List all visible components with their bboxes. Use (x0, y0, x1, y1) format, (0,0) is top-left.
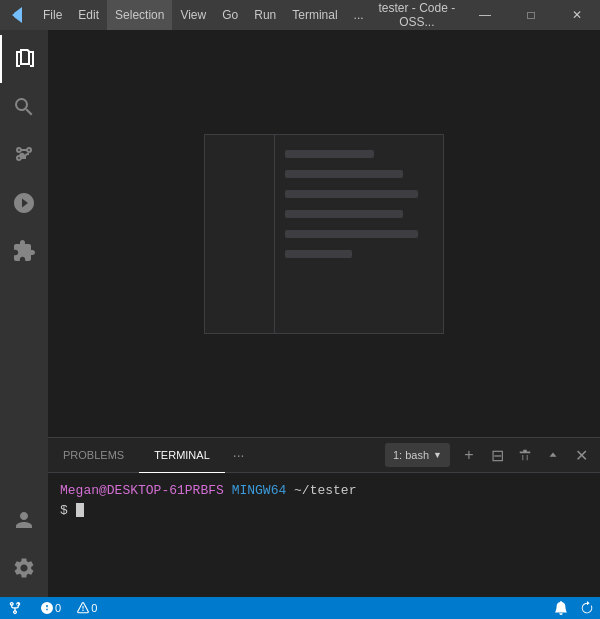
editor-area: PROBLEMS TERMINAL ··· 1: bash ▼ + ⊟ (48, 30, 600, 597)
statusbar-notifications[interactable] (548, 597, 574, 619)
statusbar-left: 0 0 (0, 597, 105, 619)
menu-more[interactable]: ... (346, 0, 372, 30)
activity-extensions[interactable] (0, 227, 48, 275)
menu-bar: File Edit Selection View Go Run Terminal… (35, 0, 372, 30)
tab-problems[interactable]: PROBLEMS (48, 438, 139, 473)
terminal-body[interactable]: Megan@DESKTOP-61PRBFS MINGW64 ~/tester $ (48, 473, 600, 597)
terminal-shell-dropdown[interactable]: 1: bash ▼ (385, 443, 450, 467)
activity-run-debug[interactable] (0, 179, 48, 227)
titlebar: File Edit Selection View Go Run Terminal… (0, 0, 600, 30)
terminal-controls: 1: bash ▼ + ⊟ ✕ (385, 441, 600, 469)
statusbar: 0 0 (0, 597, 600, 619)
menu-terminal[interactable]: Terminal (284, 0, 345, 30)
terminal-space-1 (224, 481, 232, 501)
terminal-path: ~/tester (294, 481, 356, 501)
statusbar-branch[interactable] (0, 597, 33, 619)
main-layout: PROBLEMS TERMINAL ··· 1: bash ▼ + ⊟ (0, 30, 600, 597)
terminal-more-button[interactable]: ··· (225, 438, 253, 473)
tab-terminal[interactable]: TERMINAL (139, 438, 225, 473)
mini-line-4 (285, 210, 403, 218)
close-button[interactable]: ✕ (554, 0, 600, 30)
editor-mini-content (275, 135, 443, 333)
terminal-prompt: $ (60, 501, 68, 521)
editor-mini-sidebar (205, 135, 275, 333)
activity-account[interactable] (0, 496, 48, 544)
statusbar-right (548, 597, 600, 619)
statusbar-errors[interactable]: 0 (33, 597, 69, 619)
activity-bar (0, 30, 48, 597)
window-title: tester - Code - OSS... (372, 1, 462, 29)
terminal-cursor (76, 503, 84, 517)
menu-selection[interactable]: Selection (107, 0, 172, 30)
terminal-split-button[interactable]: ⊟ (483, 441, 511, 469)
terminal-panel: PROBLEMS TERMINAL ··· 1: bash ▼ + ⊟ (48, 437, 600, 597)
menu-run[interactable]: Run (246, 0, 284, 30)
terminal-kill-button[interactable] (511, 441, 539, 469)
window-controls: — □ ✕ (462, 0, 600, 30)
mini-line-1 (285, 150, 374, 158)
statusbar-warnings[interactable]: 0 (69, 597, 105, 619)
menu-view[interactable]: View (172, 0, 214, 30)
terminal-close-button[interactable]: ✕ (567, 441, 595, 469)
terminal-add-button[interactable]: + (455, 441, 483, 469)
terminal-collapse-button[interactable] (539, 441, 567, 469)
maximize-button[interactable]: □ (508, 0, 554, 30)
mini-line-3 (285, 190, 418, 198)
activity-settings[interactable] (0, 544, 48, 592)
app-icon (0, 0, 35, 30)
editor-placeholder (204, 134, 444, 334)
terminal-space-2 (286, 481, 294, 501)
terminal-shell: MINGW64 (232, 481, 287, 501)
activity-explorer[interactable] (0, 35, 48, 83)
mini-line-5 (285, 230, 418, 238)
minimize-button[interactable]: — (462, 0, 508, 30)
menu-file[interactable]: File (35, 0, 70, 30)
activity-source-control[interactable] (0, 131, 48, 179)
menu-edit[interactable]: Edit (70, 0, 107, 30)
terminal-user: Megan@DESKTOP-61PRBFS (60, 481, 224, 501)
menu-go[interactable]: Go (214, 0, 246, 30)
activity-bar-bottom (0, 496, 48, 597)
terminal-line-2: $ (60, 501, 588, 521)
mini-line-2 (285, 170, 403, 178)
mini-line-6 (285, 250, 352, 258)
terminal-space-3 (68, 501, 76, 521)
statusbar-sync[interactable] (574, 597, 600, 619)
terminal-line-1: Megan@DESKTOP-61PRBFS MINGW64 ~/tester (60, 481, 588, 501)
activity-search[interactable] (0, 83, 48, 131)
terminal-tab-bar: PROBLEMS TERMINAL ··· 1: bash ▼ + ⊟ (48, 438, 600, 473)
editor-content (48, 30, 600, 437)
